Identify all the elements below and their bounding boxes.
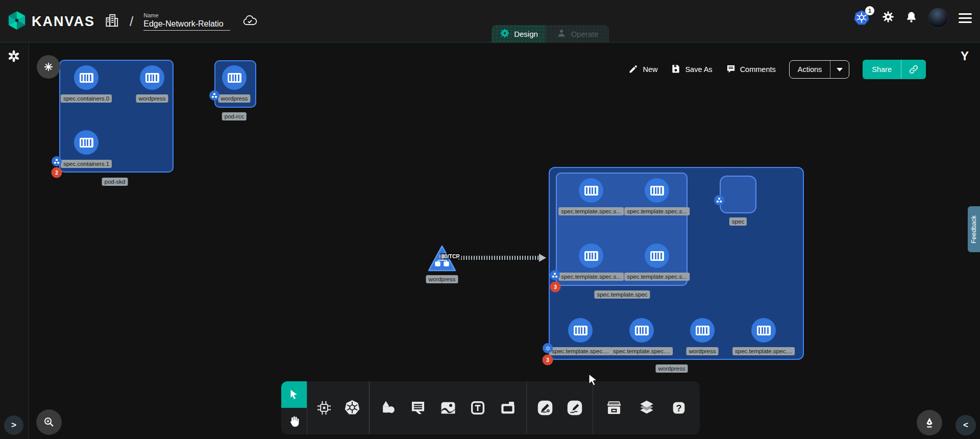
kanvas-logo-text: KANVAS [32, 14, 95, 30]
share-button-label: Share [863, 60, 901, 79]
pen-tool-button[interactable] [534, 397, 556, 419]
node-label: wordpress [686, 347, 718, 355]
collapse-right-panel-button[interactable]: < [955, 415, 976, 435]
tab-design[interactable]: Design [492, 25, 546, 43]
container-icon [584, 186, 598, 196]
pan-tool-button[interactable] [281, 408, 307, 434]
node-label: spec.template.spec.s... [558, 207, 624, 215]
container-node[interactable] [645, 178, 669, 203]
archive-tool-button[interactable] [603, 397, 625, 419]
issue-count-badge[interactable]: 3 [543, 355, 553, 365]
tab-operate-label: Operate [571, 30, 598, 38]
design-canvas[interactable]: > [0, 43, 980, 439]
container-node[interactable] [645, 243, 669, 268]
help-glyph: ? [676, 403, 681, 413]
save-icon [671, 64, 681, 76]
chevron-left-icon: < [963, 420, 968, 430]
service-node[interactable] [427, 244, 457, 276]
share-button[interactable]: Share [863, 60, 926, 79]
select-tool-button[interactable] [281, 381, 307, 408]
edge-arrowhead-icon [539, 254, 546, 262]
container-node[interactable] [579, 243, 603, 268]
node-label: spec.containers.1 [61, 160, 112, 168]
container-node[interactable] [140, 65, 164, 90]
container-node[interactable] [74, 65, 99, 90]
spec-node[interactable] [720, 176, 756, 213]
container-icon [574, 326, 587, 335]
container-icon [145, 73, 159, 83]
design-name-input[interactable]: Edge-Network-Relatio [143, 19, 230, 31]
help-tool-button[interactable]: ? [668, 397, 690, 419]
pod-badge-icon[interactable] [714, 195, 724, 205]
organization-icon[interactable] [104, 13, 119, 30]
design-name-label: Name [143, 12, 230, 18]
comments-button[interactable]: Comments [726, 64, 776, 76]
pen-nib-button[interactable] [917, 410, 942, 435]
notifications-bell-icon[interactable] [905, 11, 918, 26]
save-as-button[interactable]: Save As [671, 64, 712, 76]
left-dock: > [0, 43, 29, 439]
new-button-label: New [643, 65, 657, 74]
tab-operate[interactable]: Operate [546, 25, 609, 43]
image-tool-button[interactable] [437, 397, 459, 419]
node-label: spec [729, 217, 747, 226]
actions-caret[interactable] [830, 61, 849, 78]
new-button[interactable]: New [628, 64, 657, 76]
group-label: spec.template.spec [594, 290, 650, 299]
container-node[interactable] [751, 318, 776, 343]
container-icon [584, 251, 598, 261]
tool-dock: ? [281, 381, 700, 434]
group-label: pod-skd [102, 178, 128, 186]
copy-link-button[interactable] [901, 60, 926, 79]
design-flower-icon [500, 28, 510, 40]
service-edge[interactable] [458, 256, 539, 260]
issue-count-badge[interactable]: 2 [52, 167, 62, 178]
actions-button-label: Actions [790, 61, 831, 78]
node-label: spec.containers.0 [61, 94, 112, 103]
service-label: wordpress [426, 275, 458, 283]
container-node[interactable] [690, 318, 715, 343]
actions-dropdown-button[interactable]: Actions [789, 60, 850, 79]
design-spiral-icon[interactable] [7, 49, 21, 65]
container-node[interactable] [568, 318, 593, 343]
container-icon [635, 326, 649, 335]
note-tool-button[interactable] [497, 397, 519, 419]
pod-badge-icon[interactable] [209, 90, 219, 101]
container-node[interactable] [74, 130, 99, 155]
pod-badge-icon[interactable] [52, 156, 62, 166]
group-label: wordpress [655, 364, 688, 373]
kubernetes-context-button[interactable]: 1 [853, 9, 871, 27]
settings-gear-icon[interactable] [881, 10, 895, 26]
pencil-icon [628, 64, 639, 76]
pod-badge-icon[interactable] [550, 270, 560, 280]
node-label: spec.template.spec.s... [558, 273, 624, 281]
hamburger-menu-icon[interactable] [959, 13, 972, 23]
freeze-snowflake-button[interactable] [37, 55, 60, 79]
comments-button-label: Comments [740, 65, 776, 74]
kubernetes-tool-button[interactable] [341, 397, 363, 419]
container-icon [650, 186, 664, 196]
node-label: spec.template.spec.s... [624, 207, 690, 215]
comment-tool-button[interactable] [407, 397, 429, 419]
sketch-tool-button[interactable] [564, 397, 586, 419]
feedback-tab[interactable]: Feedback [968, 206, 980, 252]
text-tool-button[interactable] [467, 397, 489, 419]
kanvas-logo[interactable]: KANVAS [7, 10, 95, 33]
breadcrumb-separator: / [130, 14, 133, 30]
layers-tool-button[interactable] [635, 397, 658, 419]
container-icon [650, 251, 664, 261]
user-avatar[interactable] [928, 8, 948, 28]
container-node[interactable] [222, 65, 247, 90]
node-label: wordpress [218, 94, 250, 103]
components-tool-button[interactable] [313, 397, 335, 419]
issue-count-badge[interactable]: 3 [550, 282, 561, 292]
kanvas-logo-icon [7, 10, 27, 33]
expand-left-panel-button[interactable]: > [4, 416, 23, 435]
container-icon [757, 326, 771, 335]
shapes-tool-button[interactable] [377, 397, 399, 419]
container-node[interactable] [579, 178, 603, 203]
zoom-search-button[interactable] [36, 409, 62, 435]
container-node[interactable] [629, 318, 654, 343]
container-icon [696, 326, 709, 335]
kubernetes-badge-icon[interactable] [543, 343, 553, 353]
